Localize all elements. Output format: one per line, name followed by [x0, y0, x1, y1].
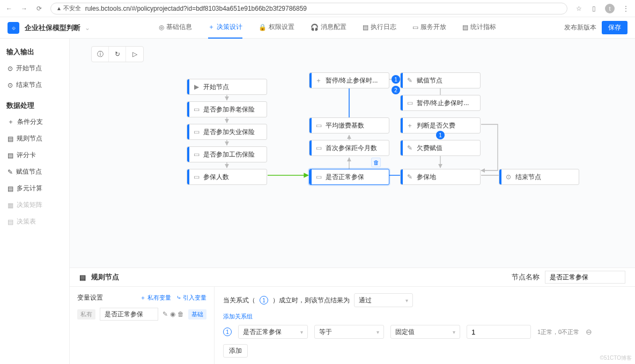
- sidebar-item-label: 规则节点: [17, 134, 42, 143]
- workspace: ⓘ ↻ ▷ ▶开始节点 ▭: [70, 39, 635, 364]
- sidebar-item-icon: ▦: [8, 202, 13, 209]
- node-name-input[interactable]: [545, 271, 625, 284]
- sidebar-item-label: 决策表: [17, 217, 36, 226]
- nav-label: 权限设置: [269, 23, 294, 32]
- cond-index: 1: [223, 328, 232, 336]
- nav-icon: ▭: [412, 24, 418, 31]
- panel-icon[interactable]: ▯: [590, 5, 597, 12]
- sidebar-item[interactable]: ＋条件分支: [0, 114, 69, 130]
- condition-panel: 当关系式（ 1 ）成立时，则该节点结果为 通过▾ 添加关系组 1 是否正常参保▾…: [215, 287, 635, 364]
- profile-avatar[interactable]: t: [605, 4, 615, 13]
- nav-item[interactable]: ▭服务开放: [412, 17, 446, 39]
- edge-badge-2: 2: [392, 86, 400, 94]
- sidebar-item-icon: ⊙: [8, 81, 13, 89]
- add-cond-button[interactable]: 添加: [223, 344, 248, 358]
- nav-item[interactable]: ◎基础信息: [159, 17, 192, 39]
- nav-item[interactable]: ＋决策设计: [208, 17, 242, 39]
- relation-prefix: 当关系式（: [223, 296, 255, 305]
- publish-button[interactable]: 发布新版本: [564, 23, 596, 32]
- node-months[interactable]: ▭首次参保距今月数: [309, 140, 389, 156]
- nav-item[interactable]: 🔒权限设置: [259, 17, 294, 39]
- app-logo: ⟐: [8, 22, 19, 34]
- delete-var-icon[interactable]: 🗑: [178, 310, 184, 318]
- node-avg-base[interactable]: ▭平均缴费基数: [309, 117, 389, 133]
- sidebar-item: ▦决策矩阵: [0, 197, 69, 213]
- sidebar-item[interactable]: ⊙结束节点: [0, 77, 69, 93]
- nav-reload-icon[interactable]: ⟳: [35, 5, 43, 12]
- relation-suffix: ）成立时，则该节点结果为: [272, 296, 350, 305]
- sidebar-item-icon: ▤: [8, 135, 13, 143]
- bottom-panel: ▤ 规则节点 节点名称 变量设置 ＋ 私有变量 ⤷ 引入变量: [70, 268, 635, 364]
- nav-label: 统计指标: [470, 23, 496, 32]
- section-title: 规则节点: [91, 272, 119, 282]
- sidebar-item-label: 多元计算: [17, 184, 42, 193]
- node-end[interactable]: ⊙结束节点: [499, 169, 579, 185]
- node-pension[interactable]: ▭是否参加养老保险: [187, 101, 267, 117]
- chevron-down-icon[interactable]: ⌄: [85, 24, 90, 32]
- relation-index: 1: [260, 296, 268, 304]
- bookmark-icon[interactable]: ☆: [575, 5, 582, 12]
- sidebar-item-icon: ✎: [8, 168, 13, 176]
- view-var-icon[interactable]: ◉: [170, 310, 175, 318]
- node-location[interactable]: ✎参保地: [400, 169, 481, 185]
- address-bar[interactable]: 不安全 rules.bctools.cn/#/policyprojectadd?…: [50, 3, 567, 14]
- cond-note: 1正常，0不正常: [537, 328, 579, 336]
- node-assign[interactable]: ✎赋值节点: [400, 72, 481, 88]
- insecure-badge: 不安全: [56, 4, 81, 12]
- node-arrears-assign[interactable]: ✎欠费赋值: [400, 140, 481, 156]
- sidebar-list-io: ⊙开始节点⊙结束节点: [0, 60, 69, 93]
- variable-name-box[interactable]: 是否正常参保: [100, 308, 158, 321]
- cond-type-select[interactable]: 固定值▾: [390, 325, 460, 339]
- cond-op-select[interactable]: 等于▾: [314, 325, 384, 339]
- cond-var-select[interactable]: 是否正常参保▾: [238, 325, 308, 339]
- edge-badge-3: 1: [436, 131, 445, 139]
- nav-icon: ◎: [159, 24, 164, 31]
- sidebar-item[interactable]: ▤多元计算: [0, 180, 69, 197]
- sidebar-item-icon: ▤: [8, 152, 13, 159]
- add-private-var-link[interactable]: ＋ 私有变量: [140, 294, 171, 302]
- tag-private: 私有: [77, 309, 95, 320]
- cond-value-input[interactable]: [467, 325, 531, 339]
- sidebar-item-icon: ▤: [8, 218, 13, 226]
- nav-label: 服务开放: [420, 23, 446, 32]
- nav-icon: ▤: [363, 24, 368, 31]
- result-select[interactable]: 通过▾: [354, 293, 413, 307]
- edit-var-icon[interactable]: ✎: [163, 310, 168, 318]
- node-pause-right[interactable]: ▭暂停/终止参保时...: [400, 95, 481, 111]
- nav-label: 决策设计: [217, 23, 242, 32]
- save-button[interactable]: 保存: [602, 21, 627, 34]
- sidebar-item-icon: ▤: [8, 185, 13, 192]
- sidebar-list-process: ＋条件分支▤规则节点▤评分卡✎赋值节点▤多元计算▦决策矩阵▤决策表: [0, 114, 69, 230]
- node-count[interactable]: ▭参保人数: [187, 169, 267, 185]
- sidebar-item-label: 条件分支: [17, 117, 43, 127]
- node-normal-insure[interactable]: ▭是否正常参保: [309, 169, 389, 185]
- remove-cond-icon[interactable]: ⊖: [586, 328, 592, 336]
- nav-fwd-icon[interactable]: →: [20, 5, 28, 12]
- add-group-link[interactable]: 添加关系组: [223, 313, 626, 321]
- node-injury[interactable]: ▭是否参加工伤保险: [187, 146, 267, 162]
- nav-back-icon[interactable]: ←: [5, 5, 13, 12]
- nav-label: 基础信息: [166, 23, 192, 32]
- nav-icon: 🎧: [311, 24, 319, 31]
- sidebar-item[interactable]: ✎赋值节点: [0, 164, 69, 180]
- node-pause-top[interactable]: ＋暂停/终止参保时...: [309, 72, 389, 88]
- watermark: ©51CTO博客: [600, 354, 632, 362]
- sidebar-item-label: 结束节点: [16, 80, 42, 90]
- nav-icon: ＋: [208, 23, 215, 32]
- nav-item[interactable]: ▤统计指标: [462, 17, 496, 39]
- sidebar-item[interactable]: ▤规则节点: [0, 130, 69, 147]
- node-start[interactable]: ▶开始节点: [187, 79, 267, 95]
- sidebar-item-icon: ⊙: [8, 65, 13, 72]
- import-var-link[interactable]: ⤷ 引入变量: [176, 294, 206, 302]
- tag-base: 基础: [188, 309, 206, 320]
- nav-item[interactable]: ▤执行日志: [363, 17, 396, 39]
- menu-icon[interactable]: ⋮: [622, 5, 630, 12]
- sidebar: 输入输出 ⊙开始节点⊙结束节点 数据处理 ＋条件分支▤规则节点▤评分卡✎赋值节点…: [0, 39, 70, 364]
- canvas[interactable]: ⓘ ↻ ▷ ▶开始节点 ▭: [70, 39, 635, 268]
- node-unemployment[interactable]: ▭是否参加失业保险: [187, 124, 267, 140]
- nav-item[interactable]: 🎧消息配置: [311, 17, 346, 39]
- sidebar-item[interactable]: ⊙开始节点: [0, 60, 69, 77]
- sidebar-item[interactable]: ▤评分卡: [0, 147, 69, 164]
- app-header: ⟐ 企业社保模型判断 ⌄ ◎基础信息＋决策设计🔒权限设置🎧消息配置▤执行日志▭服…: [0, 17, 635, 39]
- delete-node-icon[interactable]: 🗑: [371, 158, 381, 167]
